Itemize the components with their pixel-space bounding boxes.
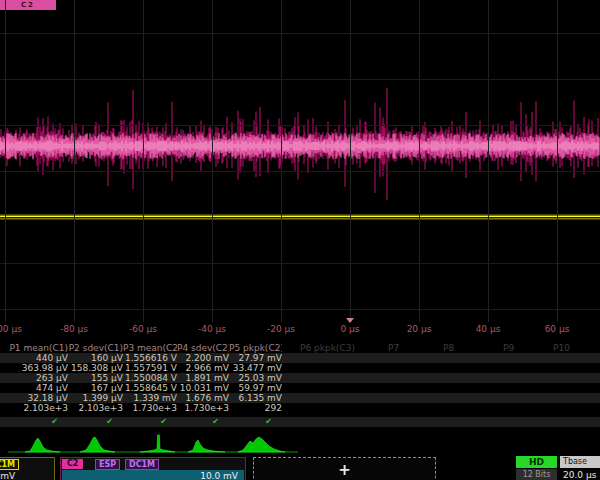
stat-value: 32.18 µV [0, 393, 68, 403]
axis-tick: -80 µs [60, 324, 88, 334]
param-header-p3[interactable]: P3 mean(C2) [123, 343, 177, 353]
histicon-p1[interactable] [25, 438, 60, 452]
waveform-traces [0, 0, 600, 322]
stats-row-value: 440 µV 160 µV 1.556616 V 2.200 mV 27.97 … [0, 353, 600, 363]
axis-tick: -100 µs [0, 324, 22, 334]
gridline [488, 0, 489, 322]
gridline [281, 0, 282, 322]
histicon-p5[interactable] [238, 437, 285, 452]
waveform-grid: C2 [0, 0, 600, 322]
gridline [0, 33, 600, 34]
stats-row-num: 2.103e+3 2.103e+3 1.730e+3 1.730e+3 292 [0, 403, 600, 413]
c2-esp-badge: ESP [95, 459, 120, 470]
measurement-table: P1 mean(C1) P2 sdev(C1) P3 mean(C2) P4 s… [0, 343, 600, 431]
stat-value: 160 µV [68, 353, 123, 363]
channel-c2-descriptor[interactable]: C2 ESP DC1M 10.0 mV [60, 457, 246, 480]
gridline [419, 0, 420, 322]
param-header-p6[interactable]: P6 pkpk(C3) [300, 343, 355, 353]
axis-tick: -40 µs [198, 324, 226, 334]
timebase-value: 20.0 µs [560, 469, 600, 480]
param-header-p5[interactable]: P5 pkpk(C2) [229, 343, 282, 353]
time-axis: -100 µs -80 µs -60 µs -40 µs -20 µs 0 µs… [0, 322, 600, 337]
gridline [0, 309, 600, 310]
stat-value: 1.550084 V [123, 373, 177, 383]
measurement-header-row: P1 mean(C1) P2 sdev(C1) P3 mean(C2) P4 s… [0, 343, 600, 353]
gridline [0, 125, 600, 126]
stats-row-mean: 363.98 µV 158.308 µV 1.557591 V 2.966 mV… [0, 363, 600, 373]
status-check-icon: ✔ [0, 417, 68, 427]
stat-value: 1.556616 V [123, 353, 177, 363]
stat-value: 440 µV [0, 353, 68, 363]
stats-row-min: 263 µV 155 µV 1.550084 V 1.891 mV 25.03 … [0, 373, 600, 383]
status-check-icon: ✔ [229, 417, 282, 427]
channel-descriptor-bar: DC1M 0 mV C2 ESP DC1M 10.0 mV + HD 12 Bi… [0, 456, 600, 480]
stat-value: 1.557591 V [123, 363, 177, 373]
stat-value: 474 µV [0, 383, 68, 393]
stats-row-status: ✔ ✔ ✔ ✔ ✔ [0, 417, 600, 427]
param-header-p2[interactable]: P2 sdev(C1) [68, 343, 123, 353]
stat-value: 1.730e+3 [123, 403, 177, 413]
c1-coupling-badge: DC1M [0, 459, 19, 470]
histicon-strip [0, 431, 600, 455]
stat-value: 1.730e+3 [177, 403, 229, 413]
stat-value: 363.98 µV [0, 363, 68, 373]
param-header-p10[interactable]: P10 [553, 343, 570, 353]
hd-bits-label: 12 Bits [516, 469, 557, 480]
hd-mode-badge[interactable]: HD [516, 456, 557, 468]
param-header-p4[interactable]: P4 sdev(C2) [177, 343, 229, 353]
timebase-label: Tbase [560, 456, 600, 468]
status-check-icon: ✔ [123, 417, 177, 427]
status-check-icon: ✔ [177, 417, 229, 427]
gridline [557, 0, 558, 322]
status-check-icon: ✔ [68, 417, 123, 427]
stat-value: 158.308 µV [68, 363, 123, 373]
gridline [0, 263, 600, 264]
axis-tick: 40 µs [476, 324, 501, 334]
stat-value: 1.399 µV [68, 393, 123, 403]
histicon-p4[interactable] [188, 440, 225, 452]
stat-value: 1.891 mV [177, 373, 229, 383]
c1-scale-value: 0 mV [0, 470, 54, 480]
param-header-p8[interactable]: P8 [443, 343, 454, 353]
stat-value: 6.135 mV [229, 393, 282, 403]
param-header-p9[interactable]: P9 [503, 343, 514, 353]
gridline [5, 0, 6, 322]
stats-row-max: 474 µV 167 µV 1.558645 V 10.031 mV 59.97… [0, 383, 600, 393]
histicon-graphics[interactable] [0, 431, 600, 455]
stat-value: 2.966 mV [177, 363, 229, 373]
axis-tick: 0 µs [340, 324, 359, 334]
c2-coupling-badge: DC1M [125, 459, 159, 470]
stat-value: 27.97 mV [229, 353, 282, 363]
histicon-p3[interactable] [140, 435, 175, 452]
stat-value: 155 µV [68, 373, 123, 383]
stat-value: 2.200 mV [177, 353, 229, 363]
histicon-p2[interactable] [80, 437, 115, 452]
axis-tick: -60 µs [129, 324, 157, 334]
stat-value: 1.339 mV [123, 393, 177, 403]
oscilloscope-screen: { "corner_label": "C2", "time_axis": { "… [0, 0, 600, 480]
c2-channel-badge: C2 [62, 459, 83, 469]
param-header-p7[interactable]: P7 [388, 343, 399, 353]
trace-annotation-label[interactable]: C2 [0, 0, 56, 10]
channel-c1-descriptor[interactable]: DC1M 0 mV [0, 457, 55, 480]
param-header-p1[interactable]: P1 mean(C1) [0, 343, 68, 353]
timebase-descriptor[interactable]: Tbase 20.0 µs [560, 456, 600, 480]
stat-value: 10.031 mV [177, 383, 229, 393]
gridline [0, 217, 600, 218]
stat-value: 1.676 mV [177, 393, 229, 403]
c2-scale-value: 10.0 mV [62, 470, 244, 480]
gridline [143, 0, 144, 322]
stat-value: 263 µV [0, 373, 68, 383]
trigger-position-marker[interactable] [346, 318, 354, 323]
axis-tick: 60 µs [545, 324, 570, 334]
axis-tick: 20 µs [407, 324, 432, 334]
add-trace-button[interactable]: + [253, 457, 436, 480]
stat-value: 25.03 mV [229, 373, 282, 383]
stat-value: 167 µV [68, 383, 123, 393]
stat-value: 33.477 mV [229, 363, 282, 373]
stat-value: 292 [229, 403, 282, 413]
gridline [350, 0, 351, 322]
gridline [212, 0, 213, 322]
gridline [0, 79, 600, 80]
stat-value: 2.103e+3 [0, 403, 68, 413]
